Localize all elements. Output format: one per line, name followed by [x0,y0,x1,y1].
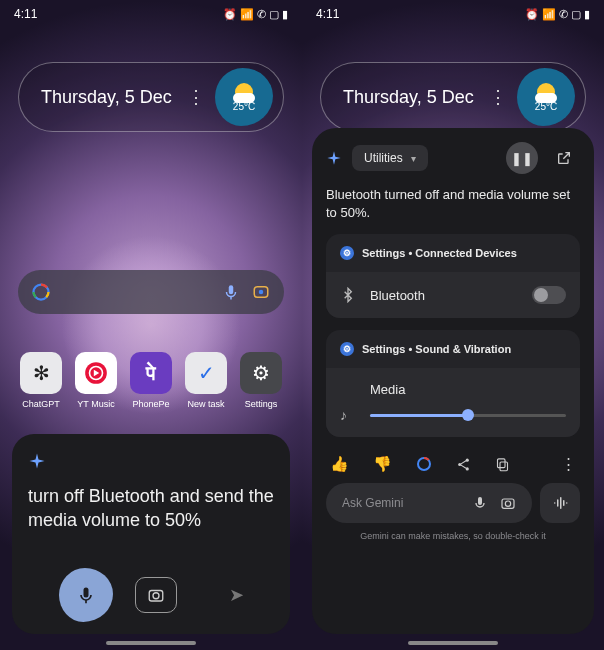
feedback-row: 👍 👎 ⋮ [326,449,580,483]
bluetooth-toggle[interactable] [532,286,566,304]
phone-right-gemini-response: 4:11 ⏰ 📶 ✆ ▢ ▮ Thursday, 5 Dec ⋮ 25°C Ut… [302,0,604,650]
status-bar: 4:11 ⏰ 📶 ✆ ▢ ▮ [302,0,604,28]
date-weather-widget[interactable]: Thursday, 5 Dec ⋮ 25°C [320,62,586,132]
gear-icon: ⚙ [340,246,354,260]
svg-rect-17 [478,497,482,505]
home-indicator[interactable] [106,641,196,645]
copy-button[interactable] [495,457,510,472]
cloud-icon [233,93,255,103]
mic-icon[interactable] [472,495,488,511]
copy-icon [495,457,510,472]
app-settings[interactable]: ⚙ Settings [236,352,286,409]
sun-icon [537,83,555,101]
share-button[interactable] [456,457,471,472]
svg-rect-16 [498,459,506,468]
sheet-header: Utilities ▾ ❚❚ [326,142,580,174]
open-external-button[interactable] [548,142,580,174]
thumbs-down-button[interactable]: 👎 [373,455,392,473]
status-icons: ⏰ 📶 ✆ ▢ ▮ [525,8,590,21]
widget-menu-icon[interactable]: ⋮ [479,86,517,108]
response-text: Bluetooth turned off and media volume se… [326,186,580,222]
date-text: Thursday, 5 Dec [41,87,177,108]
svg-point-4 [259,290,264,295]
extension-chip[interactable]: Utilities ▾ [352,145,428,171]
mic-button[interactable] [59,568,113,622]
disclaimer-text: Gemini can make mistakes, so double-chec… [326,531,580,541]
svg-rect-18 [502,499,514,508]
camera-button[interactable] [135,577,177,613]
ask-input-row: Ask Gemini [326,483,580,523]
svg-point-10 [153,593,159,599]
bluetooth-icon [340,287,356,303]
app-chatgpt[interactable]: ✻ ChatGPT [16,352,66,409]
connected-devices-card: ⚙ Settings • Connected Devices Bluetooth [326,234,580,318]
clock: 4:11 [316,7,339,21]
open-external-icon [556,150,572,166]
google-search-button[interactable] [416,456,432,472]
date-weather-widget[interactable]: Thursday, 5 Dec ⋮ 25°C [18,62,284,132]
settings-icon: ⚙ [240,352,282,394]
status-bar: 4:11 ⏰ 📶 ✆ ▢ ▮ [0,0,302,28]
home-indicator[interactable] [408,641,498,645]
svg-rect-15 [500,462,508,471]
sun-icon [235,83,253,101]
app-newtask[interactable]: ✓ New task [181,352,231,409]
mic-icon[interactable] [222,283,240,301]
phone-left-homescreen: 4:11 ⏰ 📶 ✆ ▢ ▮ Thursday, 5 Dec ⋮ 25°C ✻ … [0,0,302,650]
card-header[interactable]: ⚙ Settings • Sound & Vibration [326,330,580,368]
pause-button[interactable]: ❚❚ [506,142,538,174]
widget-menu-icon[interactable]: ⋮ [177,86,215,108]
google-logo-icon [32,283,50,301]
prompt-text: turn off Bluetooth and send the media vo… [28,484,274,558]
chatgpt-icon: ✻ [20,352,62,394]
more-button[interactable]: ⋮ [561,455,576,473]
gemini-star-icon [28,452,46,470]
media-label: Media [340,382,566,397]
lens-icon[interactable] [252,283,270,301]
ytmusic-icon [75,352,117,394]
prompt-action-row: ➤ [28,558,274,622]
camera-icon[interactable] [500,495,516,511]
ask-placeholder: Ask Gemini [342,496,403,510]
bluetooth-row: Bluetooth [340,286,566,304]
music-note-icon: ♪ [340,407,356,423]
thumbs-up-button[interactable]: 👍 [330,455,349,473]
ask-gemini-input[interactable]: Ask Gemini [326,483,532,523]
weather-badge[interactable]: 25°C [215,68,273,126]
gemini-star-icon [326,150,342,166]
camera-icon [147,586,165,604]
google-search-bar[interactable] [18,270,284,314]
weather-badge[interactable]: 25°C [517,68,575,126]
live-voice-button[interactable] [540,483,580,523]
share-icon [456,457,471,472]
date-text: Thursday, 5 Dec [343,87,479,108]
app-ytmusic[interactable]: YT Music [71,352,121,409]
card-header[interactable]: ⚙ Settings • Connected Devices [326,234,580,272]
svg-point-19 [505,501,510,506]
gemini-prompt-panel: turn off Bluetooth and send the media vo… [12,434,290,634]
clock: 4:11 [14,7,37,21]
gemini-response-sheet: Utilities ▾ ❚❚ Bluetooth turned off and … [312,128,594,634]
app-dock: ✻ ChatGPT YT Music पे PhonePe ✓ New task… [16,352,286,409]
status-icons: ⏰ 📶 ✆ ▢ ▮ [223,8,288,21]
svg-rect-1 [229,285,234,294]
media-volume-slider[interactable] [370,414,566,417]
svg-rect-7 [83,588,88,598]
mic-icon [76,585,96,605]
send-button[interactable]: ➤ [229,584,244,606]
app-phonepe[interactable]: पे PhonePe [126,352,176,409]
phonepe-icon: पे [130,352,172,394]
waveform-icon [551,494,569,512]
sound-vibration-card: ⚙ Settings • Sound & Vibration Media ♪ [326,330,580,437]
gear-icon: ⚙ [340,342,354,356]
media-slider-row: ♪ [340,407,566,423]
cloud-icon [535,93,557,103]
tasks-icon: ✓ [185,352,227,394]
chevron-down-icon: ▾ [411,153,416,164]
